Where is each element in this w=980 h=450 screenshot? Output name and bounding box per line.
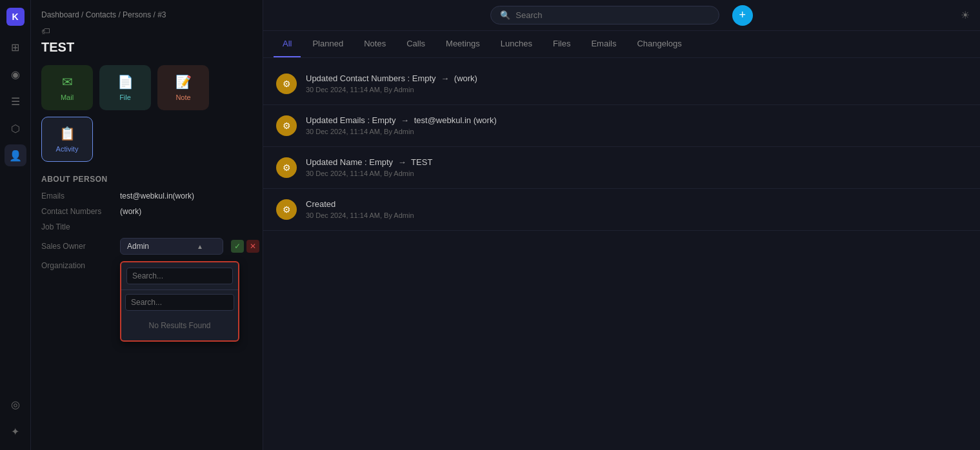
mail-icon: ✉ (62, 74, 73, 90)
note-icon: 📝 (175, 74, 192, 90)
activity-button[interactable]: 📋 Activity (41, 117, 93, 162)
activity-label: Activity (56, 145, 79, 153)
activity-meta-2: 30 Dec 2024, 11:14 AM, By Admin (306, 128, 967, 135)
mail-label: Mail (61, 93, 74, 101)
activity-item-1: ⚙ Updated Contact Numbers : Empty → (wor… (263, 63, 980, 105)
search-input[interactable] (515, 10, 709, 20)
activity-icon: 📋 (59, 126, 75, 141)
tab-changelogs[interactable]: Changelogs (628, 31, 690, 57)
activity-title-2: Updated Emails : Empty → test@webkul.in … (306, 115, 967, 125)
tab-meetings[interactable]: Meetings (437, 31, 489, 57)
mail-button[interactable]: ✉ Mail (41, 65, 93, 110)
sales-owner-value: Admin (127, 242, 149, 251)
tabs-bar: All Planned Notes Calls Meetings Lunches… (263, 31, 980, 58)
sales-owner-actions: ✓ ✕ (231, 240, 259, 253)
dropdown-search-list[interactable] (125, 294, 234, 311)
dropdown-search-top[interactable] (126, 268, 233, 284)
file-button[interactable]: 📄 File (99, 65, 151, 110)
contact-numbers-row: Contact Numbers (work) (41, 207, 252, 216)
sales-owner-label: Sales Owner (41, 238, 112, 255)
sales-owner-dropdown: No Results Found (120, 261, 239, 342)
tab-all[interactable]: All (274, 31, 301, 57)
file-label: File (119, 93, 131, 101)
tab-notes[interactable]: Notes (355, 31, 395, 57)
sales-owner-select[interactable]: Admin ▲ (120, 238, 223, 255)
emails-row: Emails test@webkul.in(work) (41, 191, 252, 201)
action-buttons: ✉ Mail 📄 File 📝 Note 📋 Activity (41, 65, 252, 162)
activity-content-3: Updated Name : Empty → TEST 30 Dec 2024,… (306, 157, 967, 178)
sidebar-item-dashboard[interactable]: ⊞ (5, 36, 26, 58)
search-bar: 🔍 (490, 6, 719, 24)
activity-title-4: Created (306, 199, 967, 209)
top-header: 🔍 + ☀ (263, 0, 980, 31)
sidebar-item-settings[interactable]: ✦ (5, 420, 26, 442)
arrow-icon-1: → (441, 73, 449, 83)
job-title-row: Job Title (41, 222, 252, 231)
contact-numbers-label: Contact Numbers (41, 207, 112, 216)
arrow-icon-2: → (401, 115, 409, 125)
activity-feed: ⚙ Updated Contact Numbers : Empty → (wor… (263, 58, 980, 450)
job-title-label: Job Title (41, 222, 112, 231)
sidebar-item-calendar[interactable]: ⬡ (5, 117, 26, 139)
file-icon: 📄 (117, 74, 134, 90)
tab-planned[interactable]: Planned (303, 31, 352, 57)
activity-avatar-4: ⚙ (276, 199, 297, 220)
activity-meta-3: 30 Dec 2024, 11:14 AM, By Admin (306, 170, 967, 177)
activity-avatar-2: ⚙ (276, 115, 297, 136)
tab-calls[interactable]: Calls (397, 31, 434, 57)
dropdown-search-top-wrap (121, 262, 238, 290)
activity-content-4: Created 30 Dec 2024, 11:14 AM, By Admin (306, 199, 967, 220)
note-button[interactable]: 📝 Note (157, 65, 209, 110)
activity-avatar-3: ⚙ (276, 157, 297, 178)
no-results-text: No Results Found (125, 315, 234, 337)
content-area: 🔍 + ☀ All Planned Notes Calls Meetings L… (263, 0, 980, 450)
cancel-button[interactable]: ✕ (246, 240, 259, 253)
activity-item-4: ⚙ Created 30 Dec 2024, 11:14 AM, By Admi… (263, 189, 980, 231)
activity-item-3: ⚙ Updated Name : Empty → TEST 30 Dec 202… (263, 147, 980, 189)
tab-emails[interactable]: Emails (582, 31, 625, 57)
emails-value: test@webkul.in(work) (120, 191, 194, 201)
about-section-title: About Person (41, 175, 252, 184)
activity-title-3: Updated Name : Empty → TEST (306, 157, 967, 167)
tab-lunches[interactable]: Lunches (492, 31, 541, 57)
contact-tag-icon: 🏷 (41, 26, 252, 36)
activity-title-1: Updated Contact Numbers : Empty → (work) (306, 73, 967, 83)
contact-numbers-value: (work) (120, 207, 141, 216)
sidebar-item-contacts[interactable]: ◉ (5, 63, 26, 85)
tab-files[interactable]: Files (544, 31, 579, 57)
sidebar-item-persons[interactable]: 👤 (5, 144, 26, 166)
activity-item-2: ⚙ Updated Emails : Empty → test@webkul.i… (263, 105, 980, 147)
sidebar-item-tasks[interactable]: ☰ (5, 90, 26, 112)
organization-label: Organization (41, 261, 112, 270)
breadcrumb: Dashboard / Contacts / Persons / #3 (41, 10, 252, 19)
activity-content-1: Updated Contact Numbers : Empty → (work)… (306, 73, 967, 94)
search-icon: 🔍 (500, 10, 510, 20)
dropdown-list: No Results Found (121, 290, 238, 340)
note-label: Note (175, 93, 190, 101)
main-area: Dashboard / Contacts / Persons / #3 🏷 TE… (31, 0, 980, 450)
sidebar-item-reports[interactable]: ◎ (5, 393, 26, 415)
contact-name: TEST (41, 40, 252, 55)
theme-toggle-icon[interactable]: ☀ (961, 9, 970, 21)
emails-label: Emails (41, 191, 112, 201)
activity-avatar-1: ⚙ (276, 73, 297, 94)
activity-meta-4: 30 Dec 2024, 11:14 AM, By Admin (306, 211, 967, 219)
activity-meta-1: 30 Dec 2024, 11:14 AM, By Admin (306, 86, 967, 93)
add-button[interactable]: + (732, 5, 753, 26)
logo-icon: K (6, 8, 25, 26)
activity-content-2: Updated Emails : Empty → test@webkul.in … (306, 115, 967, 136)
detail-panel: Dashboard / Contacts / Persons / #3 🏷 TE… (31, 0, 263, 450)
confirm-button[interactable]: ✓ (231, 240, 244, 253)
sales-owner-widget: Admin ▲ ✓ ✕ No Results Found (120, 238, 259, 255)
icon-sidebar: K ⊞ ◉ ☰ ⬡ 👤 ◎ ✦ (0, 0, 31, 450)
app-logo: K (6, 8, 25, 26)
sales-owner-row: Sales Owner Admin ▲ ✓ ✕ (41, 238, 252, 255)
arrow-icon-3: → (398, 157, 406, 167)
chevron-up-icon: ▲ (197, 243, 203, 250)
